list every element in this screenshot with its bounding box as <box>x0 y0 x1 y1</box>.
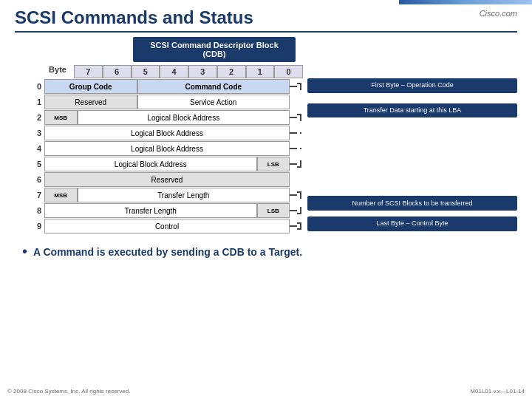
table-row: 6 Reserved <box>15 172 303 187</box>
msb-cell-7: MSB <box>44 188 78 202</box>
bit-header-6: 6 <box>103 65 132 78</box>
annotation-transfer-data: Transfer Data starting at this LBA <box>307 103 517 118</box>
command-code-cell: Command Code <box>137 79 290 94</box>
byte-num-8: 8 <box>15 203 44 218</box>
table-row: 8 Transfer Length LSB <box>15 203 303 218</box>
table-row: 7 MSB Transfer Length <box>15 188 303 202</box>
table-row: 1 Reserved Service Action <box>15 95 303 109</box>
byte-num-4: 4 <box>15 141 44 156</box>
cisco-logo: Cisco.com <box>480 9 517 18</box>
bullet-icon: • <box>22 243 27 260</box>
msb-cell-2: MSB <box>44 110 78 125</box>
byte-num-3: 3 <box>15 126 44 140</box>
bit-header-3: 3 <box>188 65 217 78</box>
annotation-first-byte: First Byte – Operation Code <box>307 78 517 93</box>
cdb-table: Byte 7 6 5 4 3 2 1 0 0 Group Code Comman… <box>15 65 303 234</box>
byte-column-header: Byte <box>44 65 74 78</box>
cdb-header-box: SCSI Command Descriptor Block (CDB) <box>133 37 296 62</box>
bit-header-2: 2 <box>217 65 246 78</box>
page-title: SCSI Commands and Status <box>15 7 517 33</box>
transfer-length-cell-8: Transfer Length <box>44 203 257 218</box>
byte-num-5: 5 <box>15 157 44 171</box>
lba-cell-3: Logical Block Address <box>44 126 290 140</box>
footer-right: M01L01 v.x—L01-14 <box>470 388 525 395</box>
table-row: 5 Logical Block Address LSB <box>15 157 303 171</box>
lba-cell-2: Logical Block Address <box>78 110 290 125</box>
control-cell: Control <box>44 219 290 233</box>
annotations-panel: First Byte – Operation Code Transfer Dat… <box>303 65 517 234</box>
bit-header-7: 7 <box>74 65 103 78</box>
bit-header-1: 1 <box>246 65 275 78</box>
byte-num-6: 6 <box>15 172 44 187</box>
footer-left: © 2008 Cisco Systems, Inc. All rights re… <box>7 388 130 395</box>
table-row: 0 Group Code Command Code <box>15 79 303 94</box>
lsb-cell-8: LSB <box>257 203 290 218</box>
table-row: 4 Logical Block Address <box>15 141 303 156</box>
table-row: 2 MSB Logical Block Address <box>15 110 303 125</box>
group-code-cell: Group Code <box>44 79 137 94</box>
lsb-cell-5: LSB <box>257 157 290 171</box>
lba-cell-4: Logical Block Address <box>44 141 290 156</box>
reserved-cell-6: Reserved <box>44 172 290 187</box>
table-row: 3 Logical Block Address <box>15 126 303 140</box>
byte-num-9: 9 <box>15 219 44 233</box>
bottom-bullet-text: A Command is executed by sending a CDB t… <box>33 246 302 258</box>
bit-header-4: 4 <box>160 65 188 78</box>
byte-num-2: 2 <box>15 110 44 125</box>
table-row: 9 Control <box>15 219 303 233</box>
reserved-cell-1: Reserved <box>44 95 137 109</box>
lba-cell-5: Logical Block Address <box>44 157 257 171</box>
byte-num-7: 7 <box>15 188 44 202</box>
byte-num-1: 1 <box>15 95 44 109</box>
annotation-last-byte: Last Byte – Control Byte <box>307 216 517 231</box>
bit-header-5: 5 <box>132 65 160 78</box>
byte-num-0: 0 <box>15 79 44 94</box>
annotation-scsi-blocks: Number of SCSI Blocks to be transferred <box>307 196 517 211</box>
service-action-cell: Service Action <box>137 95 290 109</box>
bit-header-0: 0 <box>274 65 303 78</box>
transfer-length-cell-7: Transfer Length <box>78 188 290 202</box>
